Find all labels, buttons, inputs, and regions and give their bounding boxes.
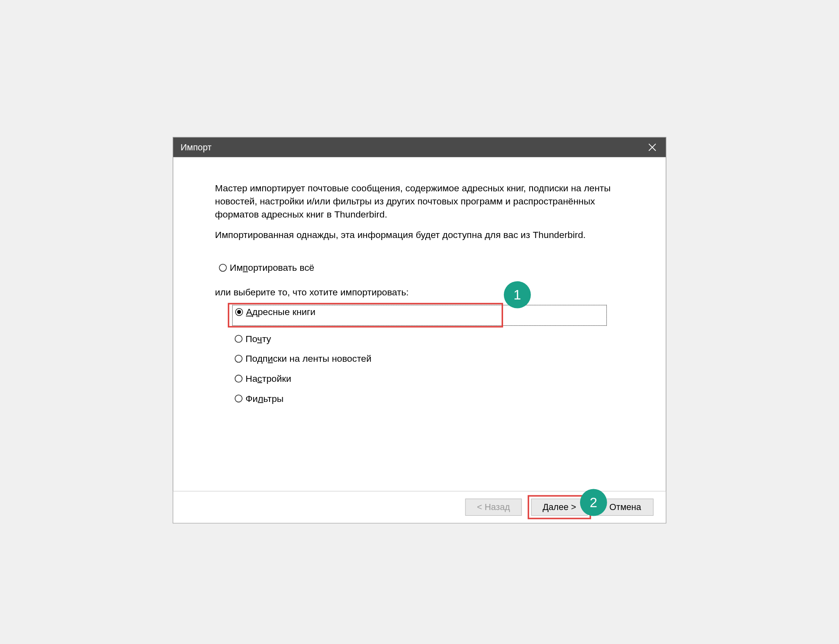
intro-p2: Импортированная однажды, эта информация … [215,228,624,241]
titlebar: Импорт [173,138,666,157]
window-title: Импорт [181,142,212,152]
close-icon[interactable] [646,141,658,154]
radio-control-icon [235,395,243,402]
radio-mail[interactable]: Почту [235,332,604,346]
next-button-wrap: Далее > [531,499,587,516]
radio-label: Фильтры [245,393,283,404]
radio-item-address-books-focussed: Адресные книги [232,305,607,326]
radio-import-all-wrap: Импортировать всё [215,261,624,274]
radio-control-icon [235,335,243,343]
radio-group-items: Адресные книги Почту Подписки на ленты н… [215,305,624,412]
back-button[interactable]: < Назад [465,499,522,516]
radio-control-icon [235,375,243,383]
radio-import-all[interactable]: Импортировать всё [219,261,624,274]
radio-settings[interactable]: Настройки [235,372,604,385]
radio-filters[interactable]: Фильтры [235,392,604,405]
radio-label: Адресные книги [246,307,315,317]
next-button[interactable]: Далее > [531,499,587,516]
radio-control-icon [235,308,243,316]
radio-label: Импортировать всё [230,263,314,273]
dialog-content: Мастер импортирует почтовые сообщения, с… [173,157,666,491]
radio-address-books[interactable]: Адресные книги [235,307,604,317]
intro-text: Мастер импортирует почтовые сообщения, с… [215,182,624,249]
radio-feeds[interactable]: Подписки на ленты новостей [235,352,604,365]
radio-label: Подписки на ленты новостей [245,354,372,364]
subsection-label: или выберите то, что хотите импортироват… [215,287,624,297]
radio-control-icon [235,355,243,363]
radio-label: Почту [245,333,271,344]
cancel-button[interactable]: Отмена [597,499,653,516]
intro-p1: Мастер импортирует почтовые сообщения, с… [215,182,624,221]
radio-label: Настройки [245,373,291,384]
radio-control-icon [219,264,227,272]
button-bar: < Назад Далее > Отмена [173,491,666,523]
import-dialog: Импорт Мастер импортирует почтовые сообщ… [173,137,667,523]
